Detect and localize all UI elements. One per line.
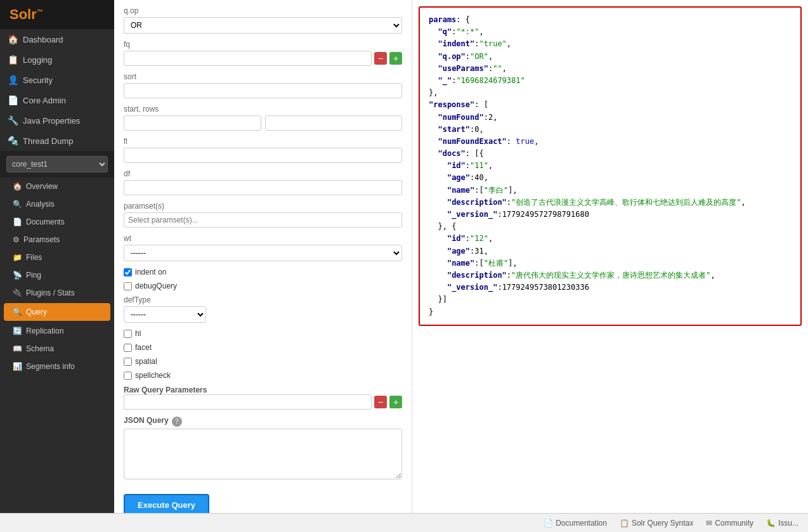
sidebar-sub-item-documents[interactable]: 📄 Documents — [0, 213, 114, 231]
json-query-textarea[interactable] — [124, 429, 402, 479]
sidebar-item-dashboard[interactable]: 🏠 Dashboard — [0, 29, 114, 49]
community-link[interactable]: ✉ Community — [706, 519, 753, 528]
schema-icon: 📖 — [13, 344, 22, 353]
start-rows-row: start, rows 0 10 — [124, 105, 402, 131]
overview-icon: 🏠 — [13, 182, 22, 191]
spatial-row: spatial — [124, 357, 402, 366]
qop-label: q.op — [124, 6, 402, 15]
sidebar-sub-item-segments-info[interactable]: 📊 Segments info — [0, 358, 114, 375]
indent-row: indent on — [124, 268, 402, 276]
hl-checkbox[interactable] — [124, 330, 132, 338]
syntax-label: Solr Query Syntax — [632, 519, 693, 528]
query-panel: q.op OR AND fq − + sort start, rows — [114, 0, 412, 513]
sidebar-sub-item-query[interactable]: 🔍 Query — [4, 303, 110, 321]
sidebar-sub-label: Query — [26, 308, 47, 316]
logging-icon: 📋 — [8, 55, 18, 65]
sidebar-item-security[interactable]: 👤 Security — [0, 70, 114, 90]
hl-row: hl — [124, 329, 402, 338]
result-box: params: { "q":"*:*", "indent":"true", "q… — [419, 6, 802, 326]
sidebar-sub-item-ping[interactable]: 📡 Ping — [0, 266, 114, 284]
spatial-checkbox[interactable] — [124, 358, 132, 366]
sort-row: sort — [124, 72, 402, 98]
documentation-link[interactable]: 📄 Documentation — [544, 519, 607, 528]
sort-input[interactable] — [124, 83, 402, 98]
thread-dump-icon: 🔩 — [8, 136, 18, 146]
sidebar-item-label: Core Admin — [23, 96, 66, 105]
raw-query-label: Raw Query Parameters — [124, 386, 207, 394]
start-input[interactable]: 0 — [124, 115, 261, 131]
sidebar-item-label: Security — [23, 75, 53, 85]
rows-input[interactable]: 10 — [265, 115, 403, 131]
df-input[interactable] — [124, 180, 402, 195]
issue-icon: 🐛 — [766, 519, 776, 528]
json-query-help-icon[interactable]: ? — [172, 417, 182, 427]
wt-row: wt ------ json xml csv — [124, 234, 402, 261]
debug-label: debugQuery — [135, 282, 177, 290]
security-icon: 👤 — [8, 75, 18, 85]
main-content: q.op OR AND fq − + sort start, rows — [114, 0, 808, 513]
plugins-icon: 🔌 — [13, 289, 22, 297]
fq-input[interactable] — [124, 51, 372, 66]
sidebar-sub-label: Overview — [26, 182, 58, 191]
raw-query-input[interactable] — [124, 394, 372, 410]
sidebar-sub-item-plugins-stats[interactable]: 🔌 Plugins / Stats — [0, 284, 114, 302]
raw-query-input-row: − + — [124, 394, 402, 410]
json-query-label: JSON Query — [124, 416, 169, 425]
syntax-link[interactable]: 📋 Solr Query Syntax — [620, 519, 693, 528]
sidebar-item-java-properties[interactable]: 🔧 Java Properties — [0, 110, 114, 131]
sidebar-sub-item-overview[interactable]: 🏠 Overview — [0, 178, 114, 195]
sidebar-sub-item-replication[interactable]: 🔄 Replication — [0, 322, 114, 340]
df-label: df — [124, 169, 402, 178]
sidebar-sub-item-paramsets[interactable]: ⚙ Paramsets — [0, 231, 114, 249]
spellcheck-row: spellcheck — [124, 371, 402, 380]
indent-checkbox[interactable] — [124, 268, 132, 276]
issue-link[interactable]: 🐛 Issu... — [766, 519, 798, 528]
footer: 📄 Documentation 📋 Solr Query Syntax ✉ Co… — [0, 513, 808, 532]
sidebar-sub-item-files[interactable]: 📁 Files — [0, 249, 114, 266]
sidebar-sub-label: Paramsets — [23, 235, 60, 244]
sidebar-item-label: Java Properties — [23, 116, 80, 126]
results-panel: params: { "q":"*:*", "indent":"true", "q… — [412, 0, 808, 513]
files-icon: 📁 — [13, 253, 22, 262]
core-select[interactable]: core_test1 — [6, 156, 108, 172]
debug-checkbox[interactable] — [124, 282, 132, 290]
core-admin-icon: 📄 — [8, 95, 18, 105]
qop-select[interactable]: OR AND — [124, 17, 402, 34]
deftype-select[interactable]: ------ lucene dismax edismax — [124, 306, 206, 323]
spatial-label: spatial — [135, 357, 157, 366]
core-selector[interactable]: core_test1 — [0, 151, 114, 178]
df-row: df — [124, 169, 402, 195]
logo: Solr™ — [0, 0, 114, 29]
fl-input[interactable] — [124, 148, 402, 163]
execute-query-button[interactable]: Execute Query — [124, 494, 209, 513]
java-properties-icon: 🔧 — [8, 115, 18, 126]
doc-label: Documentation — [556, 519, 607, 528]
paramset-label: paramset(s) — [124, 202, 402, 211]
spellcheck-checkbox[interactable] — [124, 372, 132, 380]
start-rows-label: start, rows — [124, 105, 402, 114]
start-rows-inputs: 0 10 — [124, 115, 402, 131]
raw-query-remove-button[interactable]: − — [374, 396, 387, 408]
facet-checkbox[interactable] — [124, 344, 132, 352]
sidebar-item-logging[interactable]: 📋 Logging — [0, 49, 114, 70]
sidebar-item-thread-dump[interactable]: 🔩 Thread Dump — [0, 131, 114, 151]
paramset-input[interactable] — [124, 212, 402, 228]
fq-add-button[interactable]: + — [389, 52, 402, 65]
raw-query-add-button[interactable]: + — [389, 396, 402, 408]
doc-icon: 📄 — [544, 519, 553, 528]
community-label: Community — [715, 519, 753, 528]
debug-row: debugQuery — [124, 282, 402, 290]
sidebar-sub-label: Replication — [26, 327, 63, 335]
wt-select[interactable]: ------ json xml csv — [124, 245, 402, 261]
fq-remove-button[interactable]: − — [374, 52, 387, 65]
fq-label: fq — [124, 40, 402, 49]
hl-label: hl — [135, 329, 141, 338]
sidebar: Solr™ 🏠 Dashboard 📋 Logging 👤 Security 📄… — [0, 0, 114, 513]
sidebar-sub-item-schema[interactable]: 📖 Schema — [0, 340, 114, 358]
sidebar-sub-label: Documents — [26, 217, 65, 226]
community-icon: ✉ — [706, 519, 712, 528]
sidebar-item-core-admin[interactable]: 📄 Core Admin — [0, 90, 114, 110]
sidebar-sub-item-analysis[interactable]: 🔍 Analysis — [0, 195, 114, 213]
result-pre: params: { "q":"*:*", "indent":"true", "q… — [429, 14, 792, 318]
analysis-icon: 🔍 — [13, 200, 22, 209]
